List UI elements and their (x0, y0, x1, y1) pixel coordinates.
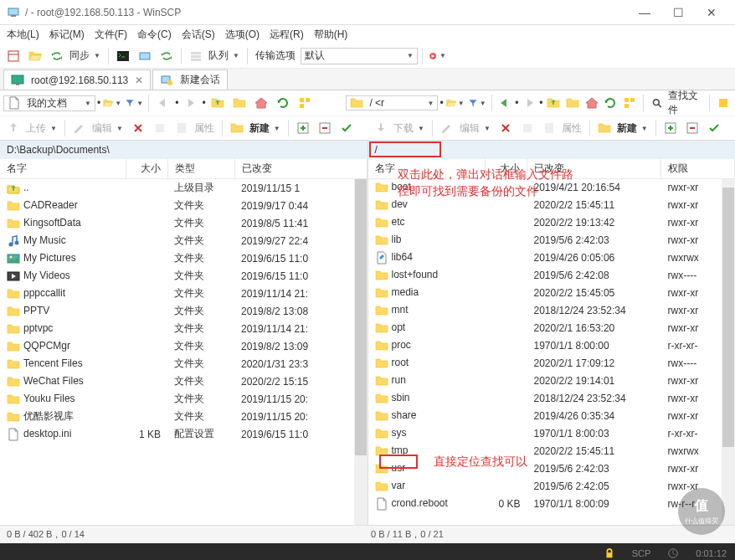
col-changed[interactable]: 已改变 (234, 159, 367, 179)
table-row[interactable]: 优酷影视库文件夹2019/11/15 20: (0, 408, 367, 425)
menu-mark[interactable]: 标记(M) (49, 28, 85, 42)
right-root-button[interactable] (563, 93, 581, 113)
left-check-button[interactable] (337, 118, 357, 138)
menu-option[interactable]: 选项(O) (225, 28, 260, 42)
right-filter-button[interactable]: ▼ (467, 93, 487, 113)
col-changed-r[interactable]: 已改变 (527, 159, 661, 179)
right-props-button[interactable]: 属性 (539, 121, 585, 136)
table-row[interactable]: KingsoftData文件夹2019/8/5 11:41 (0, 214, 367, 232)
col-size[interactable]: 大小 (126, 159, 167, 179)
col-rights[interactable]: 权限 (661, 159, 735, 179)
table-row[interactable]: Youku Files文件夹2019/11/15 20: (0, 390, 367, 408)
left-refresh-button[interactable] (273, 93, 293, 113)
table-row[interactable]: boot2019/4/21 20:16:54rwxr-xr (368, 179, 735, 197)
table-row[interactable]: ..上级目录2019/11/15 1 (0, 179, 367, 198)
table-row[interactable]: usr2019/5/6 2:42:03rwxr-xr (368, 460, 735, 478)
left-back-button[interactable] (153, 93, 173, 113)
col-name[interactable]: 名字 (0, 159, 126, 179)
table-row[interactable]: media2020/2/2 15:45:05rwxr-xr (368, 285, 735, 302)
right-tree-button[interactable] (621, 93, 639, 113)
col-name-r[interactable]: 名字 (368, 159, 486, 179)
left-plus-button[interactable] (293, 118, 313, 138)
table-row[interactable]: pppccallit文件夹2019/11/14 21: (0, 285, 367, 302)
menu-command[interactable]: 命令(C) (137, 28, 172, 42)
right-minus-button[interactable] (682, 118, 702, 138)
download-button[interactable]: 下载▼ (371, 121, 428, 136)
left-scrollbar[interactable] (354, 179, 368, 525)
left-newdir-button[interactable]: 新建▼ (227, 121, 284, 136)
toolbar-btn-1[interactable] (3, 46, 23, 66)
left-minus-button[interactable] (315, 118, 335, 138)
toolbar-btn-4[interactable] (135, 46, 155, 66)
find-files-button[interactable]: 查找文件 (648, 89, 706, 117)
table-row[interactable]: run2020/2/2 19:14:01rwxr-xr (368, 372, 735, 390)
toolbar-btn-5[interactable] (157, 46, 177, 66)
table-row[interactable]: My Pictures文件夹2019/6/15 11:0 (0, 249, 367, 267)
table-row[interactable]: QQPCMgr文件夹2019/8/2 13:09 (0, 337, 367, 355)
table-row[interactable]: My Videos文件夹2019/6/15 11:0 (0, 267, 367, 285)
table-row[interactable]: opt2020/2/1 16:53:20rwxr-xr (368, 320, 735, 337)
left-pathbar[interactable]: D:\Backup\Documents\ (0, 141, 368, 159)
right-newdir-button[interactable]: 新建▼ (594, 121, 651, 136)
table-row[interactable]: WeChat Files文件夹2020/2/2 15:15 (0, 372, 367, 390)
close-button[interactable]: ✕ (695, 0, 728, 25)
table-row[interactable]: sbin2018/12/24 23:52:34rwxr-xr (368, 390, 735, 408)
toolbar-btn-2[interactable] (25, 46, 45, 66)
left-delete-button[interactable] (128, 118, 148, 138)
left-props-button[interactable]: 属性 (172, 121, 218, 136)
table-row[interactable]: desktop.ini1 KB配置设置2019/6/15 11:0 (0, 425, 367, 443)
maximize-button[interactable]: ☐ (661, 0, 695, 25)
minimize-button[interactable]: — (628, 0, 661, 25)
right-scrollbar[interactable] (722, 179, 735, 525)
right-plus-button[interactable] (660, 118, 681, 138)
table-row[interactable]: lost+found2019/5/6 2:42:08rwx---- (368, 267, 735, 285)
transfer-combo[interactable]: 默认▼ (301, 48, 418, 64)
table-row[interactable]: root2020/2/1 17:09:12rwx---- (368, 355, 735, 372)
session-tab-active[interactable]: root@192.168.50.113 ✕ (3, 69, 151, 90)
left-updir-button[interactable] (208, 93, 228, 113)
table-row[interactable]: dev2020/2/2 15:45:11rwxr-xr (368, 197, 735, 214)
right-back-button[interactable] (496, 93, 513, 113)
menu-session[interactable]: 会话(S) (182, 28, 215, 42)
right-btn-a[interactable] (517, 118, 537, 138)
right-delete-button[interactable] (496, 118, 516, 138)
right-open-button[interactable]: ▼ (445, 93, 465, 113)
left-forward-button[interactable] (180, 93, 200, 113)
right-location-combo[interactable]: / <r▼ (346, 95, 438, 110)
table-row[interactable]: share2019/4/26 0:35:34rwxr-xr (368, 408, 735, 425)
left-btn-a[interactable] (150, 118, 170, 138)
table-row[interactable]: lib642019/4/26 0:05:06rwxrwx (368, 249, 735, 267)
table-row[interactable]: etc2020/2/2 19:13:42rwxr-xr (368, 214, 735, 232)
col-type[interactable]: 类型 (167, 159, 234, 179)
upload-button[interactable]: 上传▼ (3, 121, 60, 136)
table-row[interactable]: pptvpc文件夹2019/11/14 21: (0, 320, 367, 337)
table-row[interactable]: sys1970/1/1 8:00:03r-xr-xr- (368, 425, 735, 443)
left-root-button[interactable] (229, 93, 249, 113)
right-updir-button[interactable] (545, 93, 563, 113)
menu-remote[interactable]: 远程(R) (270, 28, 304, 42)
right-filelist[interactable]: 名字 大小 已改变 权限 boot2019/4/21 20:16:54rwxr-… (368, 159, 736, 525)
left-edit-button[interactable]: 编辑▼ (69, 121, 126, 136)
table-row[interactable]: tmp2020/2/2 15:45:11rwxrwx (368, 443, 735, 460)
left-tree-button[interactable] (295, 93, 315, 113)
right-forward-button[interactable] (520, 93, 537, 113)
table-row[interactable]: lib2019/5/6 2:42:03rwxr-xr (368, 232, 735, 249)
terminal-button[interactable] (113, 46, 133, 66)
right-refresh-button[interactable] (602, 93, 619, 113)
table-row[interactable]: proc1970/1/1 8:00:00r-xr-xr- (368, 337, 735, 355)
queue-button[interactable]: 队列▼ (186, 49, 243, 63)
col-size-r[interactable]: 大小 (486, 159, 527, 179)
tab-close-icon[interactable]: ✕ (135, 74, 143, 86)
toolbar-btn-reload[interactable]: ▼ (427, 46, 447, 66)
table-row[interactable]: Tencent Files文件夹2020/1/31 23:3 (0, 355, 367, 372)
table-row[interactable]: mnt2018/12/24 23:52:34rwxr-xr (368, 302, 735, 320)
table-row[interactable]: My Music文件夹2019/9/27 22:4 (0, 232, 367, 249)
table-row[interactable]: PPTV文件夹2019/8/2 13:08 (0, 302, 367, 320)
left-home-button[interactable] (251, 93, 271, 113)
left-filter-button[interactable]: ▼ (124, 93, 144, 113)
right-check-button[interactable] (704, 118, 724, 138)
right-extra-button[interactable] (714, 93, 732, 113)
left-location-combo[interactable]: 我的文档▼ (3, 95, 95, 111)
left-open-button[interactable]: ▼ (102, 93, 122, 113)
right-edit-button[interactable]: 编辑▼ (437, 121, 494, 136)
